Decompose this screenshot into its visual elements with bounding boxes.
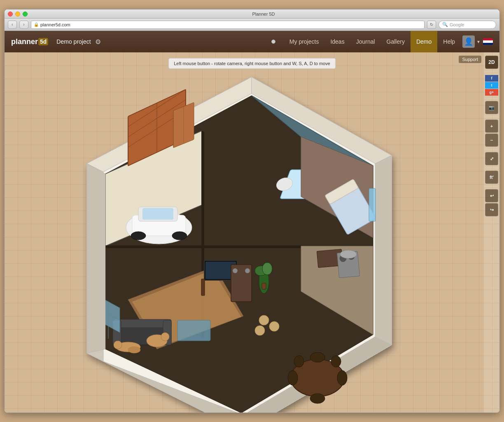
search-bar[interactable]: 🔍 Google [439, 21, 496, 29]
app-content: planner 5d Demo project ⚙ My projects Id… [5, 31, 499, 413]
browser-dots [8, 12, 28, 16]
svg-point-66 [233, 268, 238, 273]
svg-point-17 [131, 232, 146, 240]
support-button[interactable]: Support [459, 56, 481, 63]
refresh-button[interactable]: ↻ [427, 21, 436, 29]
svg-point-69 [269, 321, 279, 331]
logo-text: planner [11, 38, 38, 46]
camera-button[interactable]: 📷 [485, 101, 498, 114]
nav-link-journal[interactable]: Journal [350, 31, 381, 52]
svg-point-40 [310, 352, 325, 362]
camera-tooltip: Left mouse button - rotate camera, right… [168, 58, 336, 69]
svg-rect-78 [369, 188, 376, 221]
nav-link-ideas[interactable]: Ideas [324, 31, 350, 52]
units-button[interactable]: ft' [485, 171, 498, 184]
maximize-dot[interactable] [23, 12, 28, 16]
svg-point-18 [172, 232, 187, 240]
undo-button[interactable]: ↩ [485, 189, 498, 202]
house-3d-view [37, 73, 449, 413]
nav-links: My projects Ideas Journal Gallery Demo H… [284, 31, 461, 52]
svg-point-54 [128, 347, 140, 353]
nav-link-help[interactable]: Help [437, 31, 461, 52]
forward-button[interactable]: › [19, 21, 28, 29]
view-2d-button[interactable]: 2D [485, 56, 498, 69]
search-placeholder: Google [450, 22, 464, 27]
address-text: planner5d.com [40, 22, 70, 27]
browser-title-bar: Planner 5D [5, 9, 499, 19]
svg-point-45 [331, 356, 341, 367]
logo: planner 5d [11, 38, 48, 46]
svg-point-42 [288, 370, 298, 385]
svg-point-53 [114, 341, 122, 349]
svg-point-43 [337, 370, 347, 385]
google-plus-button[interactable]: g+ [485, 89, 498, 96]
svg-point-60 [262, 263, 272, 275]
nav-user: 👤 ▼ [462, 35, 481, 48]
svg-point-38 [340, 250, 357, 258]
zoom-out-button[interactable]: − [485, 134, 498, 147]
nav-link-my-projects[interactable]: My projects [284, 31, 325, 52]
svg-rect-49 [114, 319, 171, 328]
address-icon: 🔒 [34, 22, 39, 27]
browser-nav-bar: ‹ › 🔒 planner5d.com ↻ 🔍 Google [5, 19, 499, 31]
viewport[interactable]: Support Left mouse button - rotate camer… [5, 52, 499, 413]
project-name: Demo project [56, 38, 91, 45]
svg-marker-3 [375, 155, 392, 345]
address-bar[interactable]: 🔒 planner5d.com [31, 21, 425, 29]
facebook-button[interactable]: f [485, 75, 498, 82]
zoom-in-button[interactable]: + [485, 120, 498, 133]
user-avatar[interactable]: 👤 [462, 35, 475, 48]
svg-marker-77 [87, 164, 105, 353]
search-icon: 🔍 [442, 22, 448, 27]
nav-link-demo[interactable]: Demo [411, 31, 437, 52]
svg-rect-64 [201, 279, 205, 295]
right-sidebar: 2D f t g+ 📷 + − ⤢ [484, 52, 499, 413]
svg-point-67 [245, 268, 250, 273]
language-flag[interactable] [483, 38, 493, 45]
nav-status-dot[interactable] [271, 40, 275, 44]
nav-link-gallery[interactable]: Gallery [381, 31, 411, 52]
settings-icon[interactable]: ⚙ [95, 38, 101, 46]
browser-title: Planner 5D [31, 12, 496, 16]
svg-point-56 [161, 333, 169, 341]
svg-point-68 [259, 315, 269, 325]
twitter-button[interactable]: t [485, 82, 498, 89]
svg-point-70 [255, 326, 265, 335]
user-dropdown-arrow[interactable]: ▼ [476, 40, 481, 44]
logo-5d: 5d [38, 38, 48, 45]
svg-rect-19 [142, 208, 173, 220]
close-dot[interactable] [8, 12, 13, 16]
svg-rect-57 [177, 320, 210, 341]
browser-window: Planner 5D ‹ › 🔒 planner5d.com ↻ 🔍 Googl… [4, 9, 500, 413]
svg-point-44 [294, 356, 304, 367]
back-button[interactable]: ‹ [8, 21, 17, 29]
fullscreen-button[interactable]: ⤢ [485, 152, 498, 165]
social-buttons: f t g+ [485, 75, 498, 96]
svg-point-41 [310, 394, 325, 403]
minimize-dot[interactable] [15, 12, 20, 16]
svg-rect-61 [262, 283, 266, 289]
app-nav: planner 5d Demo project ⚙ My projects Id… [5, 31, 499, 52]
redo-button[interactable]: ↪ [485, 203, 498, 216]
